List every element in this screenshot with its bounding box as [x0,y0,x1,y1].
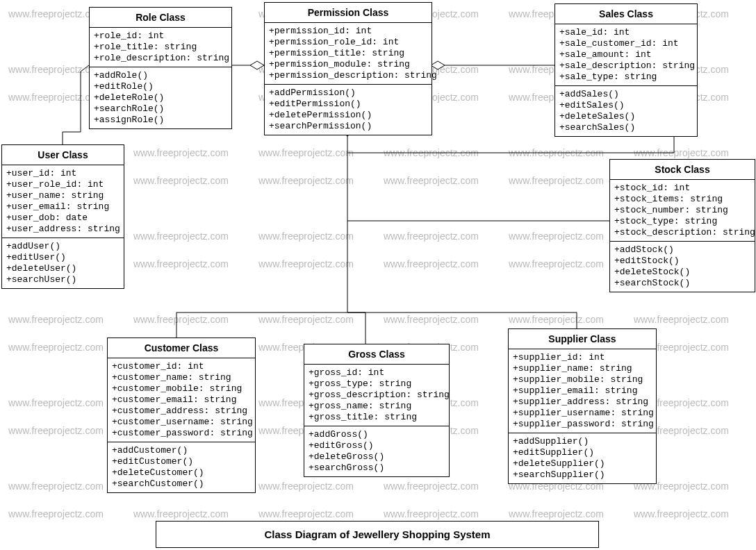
class-customer-ops: +addCustomer()+editCustomer()+deleteCust… [108,442,255,492]
uml-row: +customer_name: string [112,372,251,383]
uml-row: +searchPermission() [269,121,427,132]
uml-row: +sale_id: int [559,27,693,38]
uml-row: +editGross() [309,440,445,451]
uml-row: +permission_id: int [269,26,427,37]
uml-row: +addGross() [309,429,445,440]
uml-row: +customer_password: string [112,428,251,439]
uml-row: +deleteUser() [6,263,120,274]
uml-row: +stock_description: string [614,227,750,238]
class-user-title: User Class [2,145,124,165]
uml-row: +addCustomer() [112,445,251,456]
uml-row: +supplier_email: string [513,385,652,397]
uml-row: +gross_id: int [309,367,445,378]
uml-row: +addStock() [614,244,750,256]
uml-row: +supplier_mobile: string [513,374,652,385]
uml-row: +permission_description: string [269,70,427,81]
class-stock: Stock Class +stock_id: int+stock_items: … [609,159,755,292]
class-sales-attrs: +sale_id: int+sale_customer_id: int+sale… [555,24,697,86]
uml-row: +searchSupplier() [513,469,652,481]
uml-row: +searchRole() [94,103,227,115]
class-gross-title: Gross Class [304,344,449,365]
uml-row: +role_title: string [94,42,227,53]
uml-row: +deleteRole() [94,92,227,103]
class-permission-ops: +addPermission()+editPermission()+delete… [265,85,432,135]
uml-row: +searchStock() [614,278,750,289]
class-sales-title: Sales Class [555,4,697,24]
class-gross: Gross Class +gross_id: int+gross_type: s… [304,344,450,477]
uml-row: +stock_id: int [614,183,750,194]
class-role-attrs: +role_id: int+role_title: string+role_de… [90,28,231,67]
uml-row: +searchSales() [559,122,693,133]
uml-row: +customer_email: string [112,394,251,406]
uml-row: +user_email: string [6,201,120,212]
uml-row: +sale_amount: int [559,49,693,60]
class-stock-title: Stock Class [610,160,755,180]
uml-row: +editPermission() [269,99,427,110]
uml-row: +addSupplier() [513,436,652,447]
uml-row: +supplier_password: string [513,419,652,430]
class-stock-ops: +addStock()+editStock()+deleteStock()+se… [610,242,755,292]
class-permission: Permission Class +permission_id: int+per… [264,2,432,135]
uml-row: +stock_items: string [614,194,750,205]
svg-marker-1 [250,61,264,69]
class-permission-title: Permission Class [265,3,432,23]
uml-row: +deletePermission() [269,110,427,121]
uml-row: +supplier_id: int [513,352,652,363]
uml-row: +user_role_id: int [6,179,120,190]
uml-row: +supplier_name: string [513,363,652,374]
class-supplier-title: Supplier Class [509,329,656,349]
class-user: User Class +user_id: int+user_role_id: i… [1,144,124,289]
uml-row: +deleteSupplier() [513,458,652,469]
class-gross-attrs: +gross_id: int+gross_type: string+gross_… [304,365,449,426]
class-supplier-ops: +addSupplier()+editSupplier()+deleteSupp… [509,433,656,483]
uml-row: +stock_type: string [614,216,750,227]
uml-row: +permission_module: string [269,59,427,70]
class-supplier: Supplier Class +supplier_id: int+supplie… [508,328,657,484]
uml-row: +user_dob: date [6,212,120,224]
uml-row: +sale_customer_id: int [559,38,693,49]
class-role-title: Role Class [90,8,231,28]
class-supplier-attrs: +supplier_id: int+supplier_name: string+… [509,349,656,433]
uml-row: +deleteGross() [309,451,445,462]
uml-row: +supplier_address: string [513,397,652,408]
uml-row: +sale_description: string [559,60,693,72]
uml-row: +editSales() [559,100,693,111]
uml-row: +supplier_username: string [513,408,652,419]
class-customer: Customer Class +customer_id: int+custome… [107,338,256,493]
class-sales: Sales Class +sale_id: int+sale_customer_… [554,3,698,137]
uml-row: +searchCustomer() [112,478,251,490]
uml-row: +deleteSales() [559,111,693,122]
class-user-ops: +addUser()+editUser()+deleteUser()+searc… [2,238,124,288]
uml-row: +searchUser() [6,274,120,285]
uml-row: +user_id: int [6,168,120,179]
uml-row: +editRole() [94,81,227,92]
uml-row: +sale_type: string [559,72,693,83]
uml-row: +searchGross() [309,462,445,474]
uml-row: +gross_type: string [309,378,445,390]
class-customer-attrs: +customer_id: int+customer_name: string+… [108,358,255,442]
class-permission-attrs: +permission_id: int+permission_role_id: … [265,23,432,85]
class-sales-ops: +addSales()+editSales()+deleteSales()+se… [555,86,697,136]
uml-row: +user_name: string [6,190,120,201]
uml-row: +customer_mobile: string [112,383,251,394]
uml-row: +stock_number: string [614,205,750,216]
uml-row: +permission_role_id: int [269,37,427,48]
uml-row: +addPermission() [269,88,427,99]
uml-row: +addRole() [94,70,227,81]
uml-row: +deleteStock() [614,267,750,278]
uml-row: +customer_address: string [112,406,251,417]
uml-row: +editUser() [6,252,120,263]
class-user-attrs: +user_id: int+user_role_id: int+user_nam… [2,165,124,238]
uml-row: +deleteCustomer() [112,467,251,478]
uml-row: +role_id: int [94,31,227,42]
class-stock-attrs: +stock_id: int+stock_items: string+stock… [610,180,755,242]
uml-row: +addSales() [559,89,693,100]
uml-row: +editSupplier() [513,447,652,458]
uml-row: +user_address: string [6,224,120,235]
uml-row: +addUser() [6,241,120,252]
class-customer-title: Customer Class [108,338,255,358]
diagram-caption: Class Diagram of Jewellery Shopping Syst… [156,521,599,548]
uml-row: +customer_username: string [112,417,251,428]
uml-row: +gross_title: string [309,412,445,423]
uml-row: +editStock() [614,256,750,267]
